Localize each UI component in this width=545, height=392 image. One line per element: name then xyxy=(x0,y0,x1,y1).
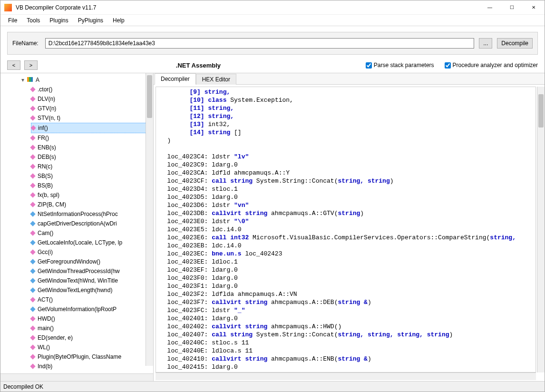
tree-pane: ▾A.ctor()DLV(n)GTV(n)STV(n, t)inf()FR()E… xyxy=(0,73,154,381)
menu-pyplugins[interactable]: PyPlugins xyxy=(73,16,108,25)
tree-scrollbar-horizontal[interactable] xyxy=(0,373,153,381)
tree-scrollbar-vertical[interactable] xyxy=(146,73,153,366)
tree-item[interactable]: GetLocaleInfo(Locale, LCType, lp xyxy=(31,238,153,247)
info-row: < > .NET Assembly Parse stack parameters… xyxy=(0,59,545,73)
tree-item[interactable]: Cam() xyxy=(31,228,153,238)
tree-item[interactable]: GetForegroundWindow() xyxy=(31,257,153,266)
tree-item[interactable]: DLV(n) xyxy=(31,94,153,104)
filename-input[interactable] xyxy=(45,38,475,49)
nav-back-button[interactable]: < xyxy=(7,60,20,70)
tree-body[interactable]: ▾A.ctor()DLV(n)GTV(n)STV(n, t)inf()FR()E… xyxy=(0,73,153,373)
tree-item[interactable]: .ctor() xyxy=(31,85,153,94)
main-split: ▾A.ctor()DLV(n)GTV(n)STV(n, t)inf()FR()E… xyxy=(0,73,545,381)
parse-stack-check-input[interactable] xyxy=(366,62,372,69)
browse-button[interactable]: ... xyxy=(479,38,492,49)
tree-item[interactable]: capGetDriverDescriptionA(wDri xyxy=(31,219,153,228)
code-pane: Decompiler HEX Editor [9] string, [10] c… xyxy=(154,73,545,381)
assembly-type-label: .NET Assembly xyxy=(41,62,355,69)
menu-file[interactable]: File xyxy=(3,16,22,25)
tree-item[interactable]: HWD() xyxy=(31,314,153,323)
decompile-button[interactable]: Decompile xyxy=(497,38,533,49)
filename-label: FileName: xyxy=(12,40,40,47)
tree-item[interactable]: BS(B) xyxy=(31,181,153,190)
tree-item[interactable]: FR() xyxy=(31,133,153,143)
tree-item[interactable]: Gcc(i) xyxy=(31,247,153,257)
optimizer-check-input[interactable] xyxy=(445,62,451,69)
optimizer-label: Procedure analyzer and optimizer xyxy=(453,62,538,69)
maximize-button[interactable]: ☐ xyxy=(501,0,523,15)
tree-item[interactable]: DEB(s) xyxy=(31,152,153,162)
tree-item[interactable]: GetVolumeInformation(lpRootP xyxy=(31,304,153,314)
menu-tools[interactable]: Tools xyxy=(22,16,45,25)
filename-section: FileName: ... Decompile xyxy=(0,26,545,59)
tree-item[interactable]: inf() xyxy=(31,123,153,133)
code-tabs: Decompiler HEX Editor xyxy=(154,73,545,85)
tree-item[interactable]: ED(sender, e) xyxy=(31,333,153,343)
titlebar: VB Decompiler Corporate v11.7 — ☐ ✕ xyxy=(0,0,545,15)
tab-hex-editor[interactable]: HEX Editor xyxy=(196,74,236,85)
menu-plugins[interactable]: Plugins xyxy=(45,16,73,25)
app-icon xyxy=(4,4,12,11)
tree-item[interactable]: GetWindowText(hWnd, WinTitle xyxy=(31,276,153,285)
tree-item[interactable]: Ind(b) xyxy=(31,362,153,371)
tree-item[interactable]: WL() xyxy=(31,343,153,352)
tree-root-node[interactable]: ▾A xyxy=(21,75,153,85)
tree-item[interactable]: RN(c) xyxy=(31,162,153,171)
window-controls: — ☐ ✕ xyxy=(479,0,545,15)
optimizer-checkbox[interactable]: Procedure analyzer and optimizer xyxy=(445,62,538,69)
parse-stack-label: Parse stack parameters xyxy=(374,62,434,69)
menu-help[interactable]: Help xyxy=(108,16,129,25)
close-button[interactable]: ✕ xyxy=(523,0,545,15)
tree-item[interactable]: NtSetInformationProcess(hProc xyxy=(31,209,153,219)
tree-item[interactable]: GetWindowThreadProcessId(hw xyxy=(31,266,153,276)
parse-stack-checkbox[interactable]: Parse stack parameters xyxy=(366,62,434,69)
tree-item[interactable]: SB(S) xyxy=(31,171,153,181)
code-body: [9] string, [10] class System.Exception,… xyxy=(154,85,545,381)
window-title: VB Decompiler Corporate v11.7 xyxy=(16,4,479,11)
menubar: File Tools Plugins PyPlugins Help xyxy=(0,15,545,26)
tree-item[interactable]: ACT() xyxy=(31,295,153,304)
tree-item[interactable]: Plugin(ByteOfPlugin, ClassName xyxy=(31,352,153,362)
code-scrollbar-horizontal[interactable] xyxy=(156,372,536,380)
nav-forward-button[interactable]: > xyxy=(24,60,38,70)
tree-item[interactable]: ZIP(B, CM) xyxy=(31,200,153,209)
tree-item[interactable]: fx(b, spl) xyxy=(31,190,153,200)
tree-item[interactable]: ENB(s) xyxy=(31,143,153,152)
code-view[interactable]: [9] string, [10] class System.Exception,… xyxy=(156,87,536,372)
tab-decompiler[interactable]: Decompiler xyxy=(155,73,196,85)
minimize-button[interactable]: — xyxy=(479,0,501,15)
tree-item[interactable]: main() xyxy=(31,323,153,333)
tree-item[interactable]: GetWindowTextLength(hwnd) xyxy=(31,285,153,295)
code-scrollbar-vertical[interactable] xyxy=(537,87,545,372)
tree-item[interactable]: STV(n, t) xyxy=(31,113,153,123)
tree-item[interactable]: GTV(n) xyxy=(31,104,153,113)
status-text: Decompiled OK xyxy=(3,383,43,390)
statusbar: Decompiled OK xyxy=(0,381,545,392)
